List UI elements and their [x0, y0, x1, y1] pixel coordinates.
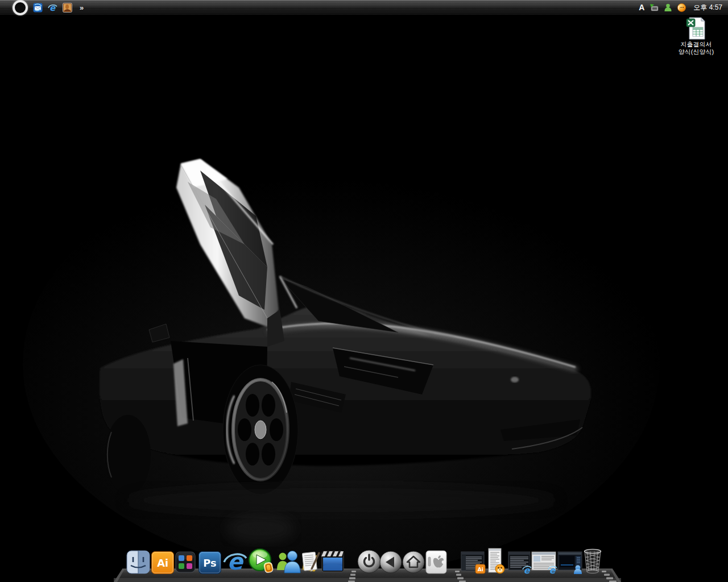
messenger-status-icon[interactable] — [663, 3, 673, 13]
movies-icon — [320, 549, 346, 574]
illustrator-badge: Ai — [475, 564, 485, 573]
desktop-icon-label: 지출결의서 양식(신양식) — [669, 41, 723, 56]
dock-movies[interactable] — [320, 549, 346, 574]
start-orb-icon[interactable] — [13, 0, 28, 15]
desktop-screen: e » A — [0, 0, 728, 582]
orange-mascot-badge — [495, 564, 504, 573]
dock-applications-stack[interactable] — [174, 550, 197, 574]
outlook-express-icon[interactable] — [33, 3, 43, 13]
apple-drive-icon — [425, 550, 447, 574]
svg-text:Ai: Ai — [157, 557, 168, 569]
back-icon — [379, 550, 403, 574]
photo-viewer-icon[interactable] — [63, 3, 72, 13]
dock-window-ie-2[interactable]: e — [531, 551, 557, 574]
window-thumbnail-messenger — [488, 548, 505, 574]
internet-explorer-icon: e — [222, 549, 247, 574]
illustrator-icon: Ai — [151, 551, 174, 574]
svg-text:e: e — [227, 549, 244, 574]
msn-messenger-icon — [275, 549, 301, 574]
tray-clock[interactable]: 오후 4:57 — [690, 3, 722, 13]
svg-text:Ai: Ai — [477, 567, 483, 572]
power-icon — [357, 549, 382, 574]
svg-text:Ps: Ps — [203, 557, 217, 569]
ime-indicator[interactable]: A — [639, 3, 646, 12]
dock-adobe-photoshop[interactable]: Ps — [198, 551, 221, 574]
home-icon — [402, 550, 425, 574]
window-thumbnail-ie-2: e — [531, 551, 557, 574]
documents-icon — [299, 550, 322, 574]
dock-power-button[interactable] — [357, 549, 382, 574]
hardware-eject-icon[interactable] — [650, 3, 659, 13]
dock-adobe-illustrator[interactable]: Ai — [151, 551, 174, 574]
dock-window-ie-1[interactable]: e — [508, 551, 532, 574]
wallpaper-lamborghini — [0, 0, 728, 582]
dock-home-button[interactable] — [402, 550, 425, 574]
window-thumbnail-msn — [557, 551, 584, 574]
excel-file-icon — [686, 17, 706, 40]
dock-window-messenger[interactable] — [488, 548, 505, 574]
toolbar-overflow-chevron[interactable]: » — [77, 3, 83, 12]
menubar: e » A — [0, 0, 728, 15]
media-player-icon — [249, 548, 275, 574]
photoshop-icon: Ps — [198, 551, 221, 574]
window-thumbnail-ie-1: e — [508, 551, 532, 574]
svg-text:e: e — [49, 3, 56, 13]
dock-internet-explorer[interactable]: e — [222, 549, 247, 574]
dock-window-illustrator[interactable]: Ai — [461, 551, 486, 574]
finder-icon — [126, 550, 150, 574]
orange-mascot-icon[interactable] — [677, 3, 686, 13]
trash-icon — [581, 548, 604, 574]
dock-msn-messenger[interactable] — [275, 549, 301, 574]
dock-back-button[interactable] — [379, 550, 403, 574]
dock-finder[interactable] — [126, 550, 150, 574]
dock-trash[interactable] — [581, 548, 604, 574]
window-thumbnail-illustrator: Ai — [461, 551, 486, 574]
dock-apple-drive[interactable] — [425, 550, 447, 574]
dock-window-msn[interactable] — [557, 551, 584, 574]
internet-explorer-small-icon[interactable]: e — [48, 3, 57, 13]
desktop-icon-excel-document[interactable]: 지출결의서 양식(신양식) — [669, 17, 723, 56]
dock-documents[interactable] — [299, 550, 322, 574]
applications-stack-icon — [174, 550, 197, 574]
dock-media-player[interactable] — [249, 548, 275, 574]
